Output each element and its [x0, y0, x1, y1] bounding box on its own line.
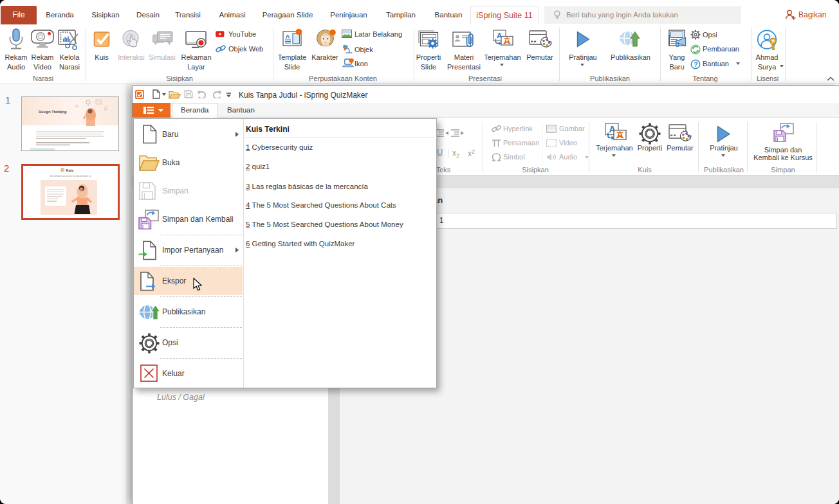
svg-text:Kuis: Kuis — [66, 168, 74, 172]
svg-text:A: A — [286, 33, 290, 40]
svg-text:klik tombol kuis untuk mengedi: klik tombol kuis untuk mengedit objek in… — [50, 175, 91, 177]
svg-text:?: ? — [694, 60, 697, 68]
